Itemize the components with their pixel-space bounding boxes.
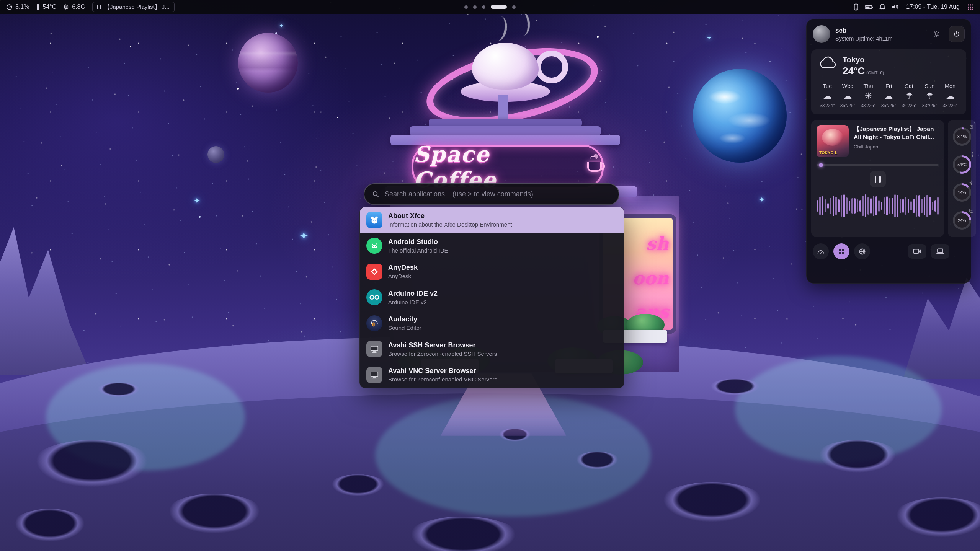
- audacity-icon: [366, 315, 382, 331]
- workspace-dot-active[interactable]: [491, 5, 507, 9]
- waveform-bar: [934, 200, 936, 211]
- result-row-arduino[interactable]: Arduino IDE v2Arduino IDE v2: [360, 285, 624, 311]
- phone-link-icon[interactable]: [854, 3, 859, 11]
- disk-gauge: 24%: [953, 211, 971, 230]
- now-playing-label: 【Japanese Playlist】 J...: [104, 3, 170, 11]
- search-icon: [372, 191, 379, 198]
- forecast-icon: ☀: [864, 92, 872, 100]
- crater: [708, 379, 762, 396]
- waveform-bar: [892, 198, 893, 214]
- result-title: AnyDesk: [388, 264, 418, 272]
- volume-icon[interactable]: [892, 4, 898, 10]
- result-row-audacity[interactable]: AudacitySound Editor: [360, 310, 624, 336]
- workspace-dot[interactable]: [512, 5, 516, 9]
- crater: [11, 509, 88, 543]
- xfce-logo-icon: [366, 212, 382, 228]
- uptime-label: System Uptime: 4h11m: [835, 36, 893, 42]
- result-row-android-studio[interactable]: Android StudioThe official Android IDE: [360, 233, 624, 259]
- result-subtitle: Information about the Xfce Desktop Envir…: [388, 221, 512, 228]
- result-title: About Xfce: [388, 212, 512, 220]
- media-progress-dot[interactable]: [819, 163, 823, 167]
- result-row-anydesk[interactable]: AnyDeskAnyDesk: [360, 259, 624, 285]
- waveform-bar: [926, 195, 928, 217]
- cpu-chip-icon: [969, 124, 974, 131]
- temp-indicator: 54°C: [36, 3, 56, 11]
- small-moon: [207, 146, 224, 163]
- cloud-icon: [817, 55, 837, 70]
- power-button[interactable]: [949, 26, 965, 42]
- stats-button[interactable]: [813, 243, 829, 259]
- cafe-roof: [429, 119, 582, 127]
- crater: [31, 440, 153, 490]
- result-row-avahi-vnc[interactable]: Avahi VNC Server BrowserBrowse for Zeroc…: [360, 362, 624, 388]
- memory-gauge: 14%: [953, 183, 971, 202]
- waveform-bar: [833, 196, 834, 216]
- result-subtitle: Arduino IDE v2: [388, 299, 438, 305]
- waveform-bar: [889, 198, 890, 213]
- waveform-bar: [894, 194, 896, 217]
- workspace-dot[interactable]: [464, 5, 468, 9]
- panel-button-row: [811, 243, 966, 259]
- thermometer-icon: [971, 152, 974, 159]
- now-playing-widget[interactable]: 【Japanese Playlist】 J...: [92, 2, 175, 12]
- media-progress-track[interactable]: [817, 164, 939, 166]
- workspace-dot[interactable]: [482, 5, 485, 9]
- waveform-bar: [846, 197, 848, 214]
- notifications-bell-icon[interactable]: [879, 3, 885, 10]
- weather-timezone: (GMT+9): [866, 70, 884, 75]
- media-subtitle: Chill Japan.: [854, 144, 939, 150]
- waveform-bar: [875, 196, 877, 216]
- star-sparkle: ✦: [279, 22, 284, 29]
- play-pause-button[interactable]: [870, 171, 886, 187]
- sign-pole: [498, 95, 508, 122]
- android-studio-icon: [366, 238, 382, 254]
- waveform-bar: [913, 199, 915, 213]
- waveform-bar: [881, 202, 882, 210]
- waveform-bar: [932, 202, 933, 210]
- waveform-bar: [843, 194, 845, 217]
- display-button[interactable]: [931, 244, 949, 259]
- cafe-roof: [410, 126, 601, 135]
- weather-forecast: Tue☁33°/24° Wed☁35°/25° Thu☀33°/26° Fri☁…: [817, 83, 960, 108]
- star-sparkle: ✦: [193, 196, 200, 205]
- result-row-about-xfce[interactable]: About XfceInformation about the Xfce Des…: [360, 207, 624, 233]
- space-coffee-sign: Space Coffee: [412, 145, 604, 189]
- speedometer-icon: [817, 249, 825, 254]
- forecast-day: Thu☀33°/26°: [858, 83, 878, 108]
- waveform-bar: [849, 201, 850, 211]
- forecast-icon: ☁: [885, 92, 893, 100]
- apps-button[interactable]: [833, 243, 849, 259]
- waveform-bar: [937, 197, 939, 214]
- app-grid-icon[interactable]: [967, 4, 974, 10]
- avahi-icon: [366, 341, 382, 357]
- neon-cup-icon: [587, 162, 602, 172]
- avatar[interactable]: [813, 25, 830, 43]
- crater: [96, 383, 142, 398]
- forecast-day: Mon☁33°/26°: [940, 83, 960, 108]
- waveform-bar: [873, 196, 874, 216]
- clock[interactable]: 17:09 - Tue, 19 Aug: [906, 3, 960, 10]
- waveform-bar: [918, 195, 920, 217]
- cpu-gauge-icon: [6, 4, 13, 10]
- waveform-bar: [870, 198, 872, 213]
- result-row-avahi-ssh[interactable]: Avahi SSH Server BrowserBrowse for Zeroc…: [360, 336, 624, 362]
- crater: [329, 474, 387, 497]
- waveform-bar: [825, 199, 826, 213]
- waveform-bar: [924, 197, 925, 215]
- album-art-text: TOKYO L: [819, 151, 838, 155]
- battery-icon[interactable]: [865, 5, 873, 10]
- crater: [574, 452, 620, 471]
- waveform-bar: [908, 199, 909, 213]
- result-subtitle: AnyDesk: [388, 273, 418, 279]
- globe-button[interactable]: [854, 243, 870, 259]
- globe-icon: [859, 248, 866, 255]
- screen-record-button[interactable]: [908, 244, 926, 259]
- cpu-indicator: 3.1%: [6, 3, 29, 10]
- workspace-dot[interactable]: [473, 5, 477, 9]
- weather-temperature: 24°C: [843, 65, 865, 77]
- settings-button[interactable]: [930, 27, 944, 41]
- cpu-gauge: 3.1%: [953, 127, 971, 146]
- waveform-bar: [835, 197, 837, 215]
- forecast-day: Sat☂36°/26°: [899, 83, 919, 108]
- search-input[interactable]: [384, 190, 611, 199]
